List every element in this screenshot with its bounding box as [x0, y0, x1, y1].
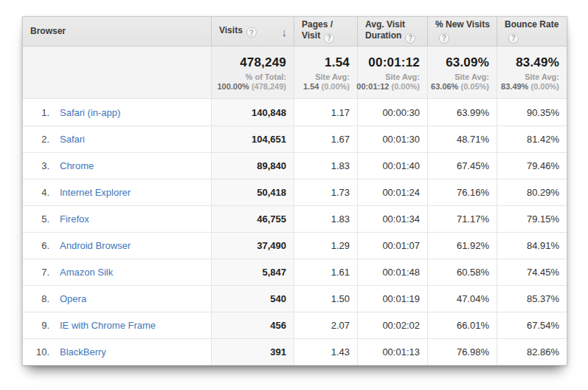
bounce-rate-cell: 79.46% [497, 153, 567, 179]
column-header-label: Avg. Visit Duration [365, 19, 405, 41]
row-index: 9. [23, 320, 49, 331]
pages-per-visit-cell: 1.61 [294, 259, 357, 285]
column-header-bounce-rate[interactable]: Bounce Rate? [497, 17, 567, 46]
row-index: 6. [23, 240, 49, 251]
column-header-label: Browser [30, 26, 66, 36]
row-index: 7. [23, 267, 49, 278]
summary-avg-visit-duration: 00:01:12 Site Avg: 00:01:12 (0.00%) [357, 47, 427, 98]
visits-cell: 89,840 [211, 153, 294, 179]
summary-bounce-rate: 83.49% Site Avg: 83.49% (0.00%) [497, 47, 567, 98]
visits-cell: 50,418 [211, 179, 294, 205]
bounce-rate-cell: 84.91% [497, 233, 567, 259]
column-header-visits[interactable]: Visits? ↓ [211, 17, 294, 46]
browser-cell: 3. Chrome [23, 153, 211, 179]
table-row: 8. Opera 540 1.50 00:01:19 47.04% 85.37% [23, 285, 567, 312]
table-row: 9. IE with Chrome Frame 456 2.07 00:02:0… [23, 312, 567, 338]
browser-cell: 5. Firefox [23, 206, 211, 232]
help-icon[interactable]: ? [405, 33, 415, 44]
browser-link[interactable]: Opera [60, 293, 86, 304]
bounce-rate-cell: 90.35% [497, 99, 567, 126]
browser-link[interactable]: Amazon Silk [60, 267, 113, 278]
table-row: 7. Amazon Silk 5,847 1.61 00:01:48 60.58… [23, 259, 567, 285]
table-row: 3. Chrome 89,840 1.83 00:01:40 67.45% 79… [23, 152, 567, 179]
browser-cell: 1. Safari (in-app) [23, 99, 211, 126]
visits-cell: 104,651 [211, 126, 294, 152]
table-row: 1. Safari (in-app) 140,848 1.17 00:00:30… [23, 99, 567, 126]
column-header-pages-per-visit[interactable]: Pages / Visit? [294, 17, 357, 46]
pages-per-visit-cell: 1.43 [294, 339, 357, 365]
bounce-rate-cell: 80.29% [497, 179, 567, 205]
browser-link[interactable]: Internet Explorer [60, 187, 131, 198]
avg-visit-duration-cell: 00:01:34 [357, 206, 427, 232]
help-icon[interactable]: ? [439, 33, 449, 44]
bounce-rate-cell: 79.15% [497, 206, 567, 232]
table-row: 6. Android Browser 37,490 1.29 00:01:07 … [23, 232, 567, 259]
browser-cell: 6. Android Browser [23, 233, 211, 259]
total-visits: 478,249 [240, 55, 286, 70]
avg-visit-duration-cell: 00:01:07 [357, 233, 427, 259]
pct-new-visits-cell: 47.04% [427, 286, 497, 312]
browser-link[interactable]: BlackBerry [60, 346, 106, 358]
avg-visit-duration-cell: 00:02:02 [357, 312, 427, 338]
pct-new-visits-cell: 71.17% [427, 206, 497, 232]
summary-pct-new-visits: 63.09% Site Avg: 63.06% (0.05%) [427, 47, 497, 98]
row-index: 4. [23, 187, 49, 198]
avg-visit-duration-cell: 00:01:48 [357, 259, 427, 285]
table-row: 5. Firefox 46,755 1.83 00:01:34 71.17% 7… [23, 205, 567, 232]
bounce-rate-cell: 81.42% [497, 126, 567, 152]
bounce-rate-cell: 85.37% [497, 286, 567, 312]
browser-cell: 10. BlackBerry [23, 339, 211, 365]
avg-visit-duration-cell: 00:01:30 [357, 126, 427, 152]
browser-cell: 2. Safari [23, 126, 211, 152]
pct-new-visits-cell: 48.71% [427, 126, 497, 152]
browser-cell: 9. IE with Chrome Frame [23, 312, 211, 338]
avg-visit-duration-cell: 00:01:24 [357, 179, 427, 205]
pages-per-visit-cell: 1.83 [294, 206, 357, 232]
visits-cell: 37,490 [211, 233, 294, 259]
summary-visits: 478,249 % of Total: 100.00% (478,249) [211, 47, 294, 98]
browser-link[interactable]: Safari [60, 134, 85, 145]
browser-link[interactable]: IE with Chrome Frame [60, 320, 156, 331]
avg-visit-duration-cell: 00:00:30 [357, 99, 427, 126]
table-row: 4. Internet Explorer 50,418 1.73 00:01:2… [23, 179, 567, 205]
pages-per-visit-cell: 1.29 [294, 233, 357, 259]
visits-cell: 5,847 [211, 259, 294, 285]
pages-per-visit-cell: 1.73 [294, 179, 357, 205]
visits-cell: 540 [211, 286, 294, 312]
summary-pages-per-visit: 1.54 Site Avg: 1.54 (0.00%) [294, 47, 357, 98]
column-header-avg-visit-duration[interactable]: Avg. Visit Duration? [357, 17, 427, 46]
row-index: 10. [23, 346, 49, 358]
sort-descending-icon: ↓ [282, 26, 288, 37]
help-icon[interactable]: ? [508, 33, 519, 44]
help-icon[interactable]: ? [246, 27, 257, 38]
pages-per-visit-cell: 1.67 [294, 126, 357, 152]
analytics-table-card: Browser Visits? ↓ Pages / Visit? Avg. Vi… [22, 16, 567, 366]
browser-link[interactable]: Safari (in-app) [60, 107, 120, 118]
help-icon[interactable]: ? [324, 33, 334, 44]
row-index: 3. [23, 160, 49, 171]
pages-per-visit-cell: 1.17 [294, 99, 357, 126]
row-index: 8. [23, 293, 49, 304]
browser-link[interactable]: Chrome [60, 160, 94, 171]
summary-row: 478,249 % of Total: 100.00% (478,249) 1.… [23, 47, 567, 99]
browser-cell: 7. Amazon Silk [23, 259, 211, 285]
row-index: 2. [23, 134, 49, 145]
pct-new-visits-cell: 67.45% [427, 153, 497, 179]
pct-new-visits-cell: 60.58% [427, 259, 497, 285]
pct-new-visits-cell: 66.01% [427, 312, 497, 338]
avg-visit-duration-cell: 00:01:40 [357, 153, 427, 179]
pct-new-visits-cell: 76.16% [427, 179, 497, 205]
bounce-rate-cell: 74.45% [497, 259, 567, 285]
visits-cell: 391 [211, 339, 294, 365]
pages-per-visit-cell: 1.50 [294, 286, 357, 312]
column-header-pct-new-visits[interactable]: % New Visits? [427, 17, 497, 46]
browser-link[interactable]: Android Browser [60, 240, 131, 251]
column-header-browser[interactable]: Browser [23, 17, 211, 46]
bounce-rate-cell: 82.86% [497, 339, 567, 365]
browser-link[interactable]: Firefox [60, 213, 89, 225]
pct-new-visits-cell: 63.99% [427, 99, 497, 126]
column-header-label: Visits [219, 25, 243, 35]
column-header-label: % New Visits [435, 19, 490, 30]
pct-new-visits-cell: 61.92% [427, 233, 497, 259]
bounce-rate-cell: 67.54% [497, 312, 567, 338]
